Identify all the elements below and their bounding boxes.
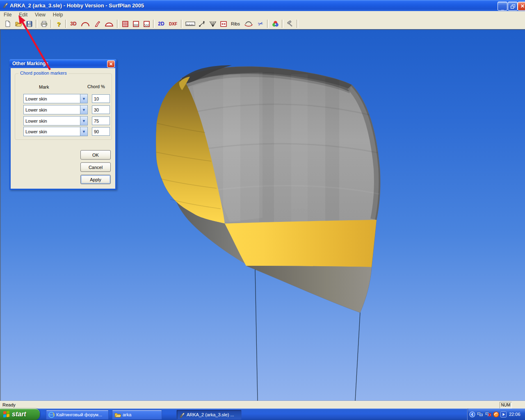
chevron-down-icon[interactable]: ▼ <box>80 94 87 103</box>
chord-input-2[interactable] <box>92 105 110 114</box>
dialog-body: Chord position markers Mark Chord % Lowe… <box>11 68 115 189</box>
apply-button[interactable]: Apply <box>80 175 111 184</box>
menu-file[interactable]: File <box>0 11 15 18</box>
num-lock-indicator: NUM <box>500 402 512 409</box>
grid-panels-button[interactable] <box>120 19 130 28</box>
menu-edit[interactable]: Edit <box>15 11 31 18</box>
cut-panels-button[interactable]: ✂ <box>255 19 266 28</box>
view-2d-label: 2D <box>158 21 164 27</box>
ok-button[interactable]: OK <box>80 150 111 160</box>
width-measure-button[interactable] <box>218 19 229 28</box>
chevron-down-icon[interactable]: ▼ <box>80 116 87 125</box>
mark-combo-4[interactable]: Lower skin ▼ <box>23 127 88 136</box>
cancel-button[interactable]: Cancel <box>80 162 111 172</box>
windows-flag-icon <box>3 411 10 418</box>
menu-view[interactable]: View <box>31 11 49 18</box>
close-button[interactable]: ✕ <box>518 2 525 11</box>
color-wheel-icon <box>272 21 279 27</box>
menu-help[interactable]: Help <box>49 11 67 18</box>
window-titlebar: ARKA_2 (arka_3.sle) - Hobby Version - Su… <box>0 0 525 11</box>
taskbar-item-surfplan[interactable]: ARKA_2 (arka_3.sle) ... <box>176 410 242 420</box>
panel-dither-button[interactable] <box>141 19 152 28</box>
ribs-button[interactable]: Ribs <box>229 19 242 28</box>
close-icon: ✕ <box>520 4 525 9</box>
status-text: Ready <box>2 402 16 407</box>
orange-app-tray-icon[interactable] <box>493 411 499 418</box>
taskbar-item-browser[interactable]: Кайтинговый форум... <box>46 410 109 420</box>
start-button[interactable]: start <box>0 409 40 420</box>
minimize-button[interactable]: _ <box>498 2 507 11</box>
bridle-lines-button[interactable] <box>208 19 218 28</box>
scissors-icon: ✂ <box>257 20 264 28</box>
new-document-button[interactable] <box>2 19 13 28</box>
toolbar-separator <box>297 20 298 28</box>
surfplan-document-icon <box>179 412 185 418</box>
dialog-titlebar: Other Markings ✕ <box>9 59 116 68</box>
ruler-icon <box>185 21 195 26</box>
save-button[interactable] <box>24 19 34 28</box>
chevron-down-icon[interactable]: ▼ <box>80 105 87 114</box>
app-icon <box>2 2 9 10</box>
toolbar-separator <box>65 20 67 28</box>
chord-input-1[interactable] <box>92 94 110 103</box>
group-label: Chord position markers <box>18 71 68 75</box>
taskbar-item-folder[interactable]: arka <box>112 410 162 420</box>
toolbar-separator <box>50 20 52 28</box>
folder-icon <box>114 412 121 418</box>
restore-icon <box>511 5 515 8</box>
chord-column-header: Chord % <box>87 84 105 89</box>
new-document-icon <box>5 21 11 27</box>
toolbar-separator <box>282 20 283 28</box>
seam-arc-icon <box>244 21 253 27</box>
arc-shape-button[interactable] <box>79 19 92 28</box>
colors-button[interactable] <box>270 19 281 28</box>
chord-input-3[interactable] <box>92 116 110 125</box>
open-file-button[interactable] <box>13 19 24 28</box>
mark-combo-1[interactable]: Lower skin ▼ <box>23 94 88 103</box>
view-2d-button[interactable]: 2D <box>156 19 167 28</box>
print-button[interactable] <box>39 19 49 28</box>
internet-explorer-icon <box>48 412 55 418</box>
print-icon <box>41 21 48 27</box>
chevron-down-icon[interactable]: ▼ <box>80 127 87 136</box>
media-player-tray-icon[interactable] <box>500 411 507 418</box>
clock: 22:06 <box>509 412 520 417</box>
toolbar-separator <box>181 20 183 28</box>
seam-arc-button[interactable] <box>242 19 255 28</box>
help-button[interactable]: ? <box>53 19 64 28</box>
ribs-label: Ribs <box>231 21 240 26</box>
taskbar: start Кайтинговый форум... arka ARKA_2 (… <box>0 409 525 420</box>
restore-button[interactable] <box>508 2 518 11</box>
arc-icon <box>81 21 90 27</box>
network-tray-icon[interactable] <box>477 411 484 417</box>
hide-icons-chevron-icon[interactable] <box>469 411 475 418</box>
menu-bar: File Edit View Help <box>0 11 525 18</box>
bridle-point-icon <box>199 21 206 27</box>
dxf-export-button[interactable]: DXF <box>167 19 180 28</box>
panel-solid-button[interactable] <box>130 19 141 28</box>
width-measure-icon <box>220 21 227 27</box>
start-label: start <box>12 411 26 418</box>
network-offline-tray-icon[interactable] <box>485 411 492 417</box>
close-icon: ✕ <box>109 62 113 66</box>
other-markings-dialog: Other Markings ✕ Chord position markers … <box>9 59 116 190</box>
chord-input-4[interactable] <box>92 127 110 136</box>
dialog-close-button[interactable]: ✕ <box>107 60 115 68</box>
kite-profile-icon <box>94 21 100 27</box>
help-icon: ? <box>57 21 60 27</box>
bridle-point-button[interactable] <box>197 19 208 28</box>
window-title: ARKA_2 (arka_3.sle) - Hobby Version - Su… <box>10 2 144 9</box>
system-tray: 22:06 <box>467 409 525 420</box>
closed-arc-button[interactable] <box>103 19 116 28</box>
tools-button[interactable] <box>285 19 295 28</box>
chord-markers-group: Chord position markers Mark Chord % Lowe… <box>15 73 112 140</box>
hammer-icon <box>287 21 294 27</box>
bridle-lines-icon <box>209 21 217 27</box>
view-3d-button[interactable]: 3D <box>68 19 79 28</box>
mark-combo-3[interactable]: Lower skin ▼ <box>23 116 88 126</box>
panel-dither-icon <box>144 21 150 27</box>
kite-profile-button[interactable] <box>92 19 103 28</box>
ruler-button[interactable] <box>184 19 197 28</box>
mark-combo-2[interactable]: Lower skin ▼ <box>23 105 88 114</box>
status-bar: Ready NUM <box>0 401 525 409</box>
